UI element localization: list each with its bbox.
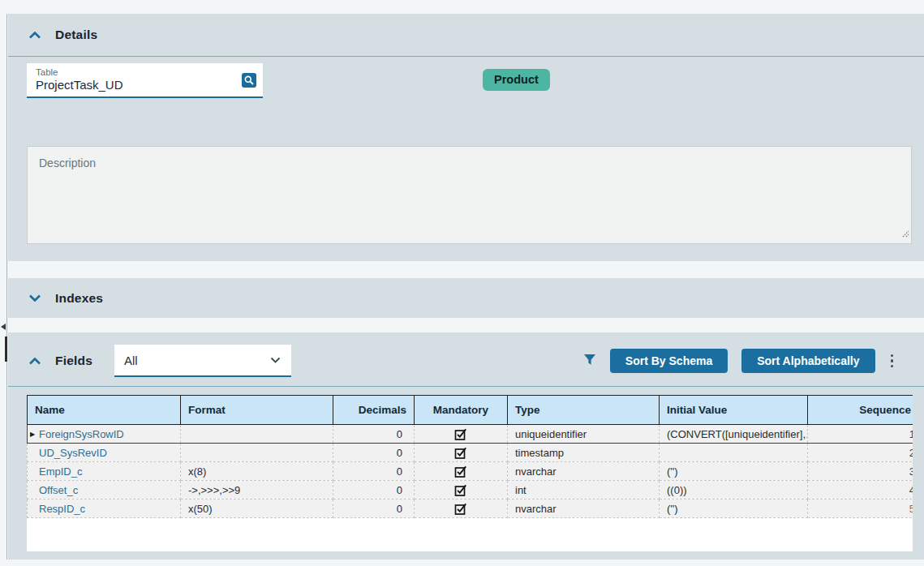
sort-alphabetically-button[interactable]: Sort Alphabetically [741,349,875,373]
details-section-header[interactable]: Details [8,14,924,56]
selected-row-marker-icon: ▶ [30,431,35,438]
ud-table-maintenance-screen: Details Table Product [0,0,924,566]
format-cell[interactable] [181,425,333,444]
checkbox-checked-icon[interactable] [454,447,467,459]
fields-filter-dropdown[interactable]: All [114,345,291,377]
table-lookup-button[interactable] [242,73,256,88]
overflow-menu-button[interactable] [889,354,896,368]
field-name-cell[interactable]: UD_SysRevID [28,444,181,462]
grid-header-row: Name Format Decimals Mandatory Type Init… [28,396,913,425]
column-header-initial-value[interactable]: Initial Value [660,396,808,425]
description-textarea[interactable] [27,146,912,244]
table-row[interactable]: RespID_c x(50) 0 nvarchar ('') 5 [28,500,913,518]
checkbox-checked-icon[interactable] [454,484,467,496]
format-cell[interactable]: x(50) [181,500,333,518]
column-header-mandatory[interactable]: Mandatory [415,396,508,425]
details-section-title: Details [55,28,97,42]
checkbox-checked-icon[interactable] [454,503,467,515]
decimals-cell[interactable]: 0 [333,481,415,500]
sequence-cell[interactable]: 5 [808,500,913,518]
fields-section: Fields All Sort By Schema Sort Alphabeti… [8,332,924,560]
format-cell[interactable]: ->,>>>,>>9 [181,481,333,500]
type-cell[interactable]: nvarchar [508,500,660,518]
details-collapse-button[interactable] [28,29,41,41]
filter-button[interactable] [583,354,596,368]
product-tag[interactable]: Product [483,69,550,91]
table-row[interactable]: EmpID_c x(8) 0 nvarchar ('') 3 [28,462,913,481]
left-edge-line [6,14,7,560]
table-name-field: Table [27,63,263,98]
format-cell[interactable]: x(8) [181,462,333,481]
details-section: Details Table Product [8,14,924,261]
initial-value-cell[interactable]: (CONVERT([uniqueidentifier],… [660,425,808,444]
decimals-cell[interactable]: 0 [333,500,415,518]
initial-value-cell[interactable]: ('') [660,500,808,518]
chevron-down-icon [28,292,41,304]
sequence-cell[interactable]: 4 [808,481,913,500]
table-field-label: Table [36,67,263,77]
mandatory-cell[interactable] [415,481,508,500]
column-header-name[interactable]: Name [28,396,181,425]
kebab-icon [891,354,894,358]
sequence-cell[interactable]: 3 [808,462,913,481]
search-icon [242,78,256,90]
field-name-cell[interactable]: Offset_c [28,481,181,500]
type-cell[interactable]: nvarchar [508,462,660,481]
type-cell[interactable]: int [508,481,660,500]
chevron-up-icon [28,29,41,41]
decimals-cell[interactable]: 0 [333,425,415,444]
field-name-cell[interactable]: RespID_c [28,500,181,518]
table-row[interactable]: Offset_c ->,>>>,>>9 0 int ((0)) 4 [28,481,913,500]
fields-filter-value: All [114,354,138,367]
description-field [27,146,912,244]
indexes-section-title: Indexes [55,291,103,306]
fields-section-header: Fields All Sort By Schema Sort Alphabeti… [8,332,924,386]
indexes-section-header[interactable]: Indexes [8,278,924,318]
column-header-decimals[interactable]: Decimals [333,396,415,425]
indexes-expand-button[interactable] [28,292,41,304]
fields-section-title: Fields [55,354,92,368]
left-collapse-arrow-icon[interactable] [1,324,6,330]
fields-grid: Name Format Decimals Mandatory Type Init… [27,395,913,551]
sort-by-schema-button[interactable]: Sort By Schema [610,349,728,373]
fields-collapse-button[interactable] [28,355,41,367]
initial-value-cell[interactable]: ((0)) [660,481,808,500]
fields-header-divider [8,386,924,387]
mandatory-cell[interactable] [415,425,508,444]
table-row[interactable]: UD_SysRevID 0 timestamp 2 [28,444,913,462]
left-scrollbar-thumb[interactable] [5,337,7,362]
initial-value-cell[interactable] [660,444,808,462]
type-cell[interactable]: timestamp [508,444,660,462]
sequence-cell[interactable]: 1 [808,425,913,444]
field-name-cell[interactable]: EmpID_c [28,462,181,481]
table-name-input[interactable] [36,78,230,92]
checkbox-checked-icon[interactable] [454,465,467,478]
chevron-up-icon [28,355,41,367]
mandatory-cell[interactable] [415,500,508,518]
decimals-cell[interactable]: 0 [333,462,415,481]
column-header-format[interactable]: Format [181,396,333,425]
column-header-type[interactable]: Type [508,396,660,425]
sequence-cell[interactable]: 2 [808,444,913,462]
table-row[interactable]: ▶ForeignSysRowID 0 uniqueidentifier (CON… [28,425,913,444]
mandatory-cell[interactable] [415,462,508,481]
decimals-cell[interactable]: 0 [333,444,415,462]
chevron-down-icon [270,357,281,363]
funnel-icon [583,354,596,368]
format-cell[interactable] [181,444,333,462]
mandatory-cell[interactable] [415,444,508,462]
checkbox-checked-icon[interactable] [454,428,467,440]
details-header-divider [8,56,924,57]
column-header-sequence[interactable]: Sequence [808,396,913,425]
indexes-section: Indexes [8,278,924,318]
type-cell[interactable]: uniqueidentifier [508,425,660,444]
field-name-cell[interactable]: ▶ForeignSysRowID [28,425,181,444]
initial-value-cell[interactable]: ('') [660,462,808,481]
